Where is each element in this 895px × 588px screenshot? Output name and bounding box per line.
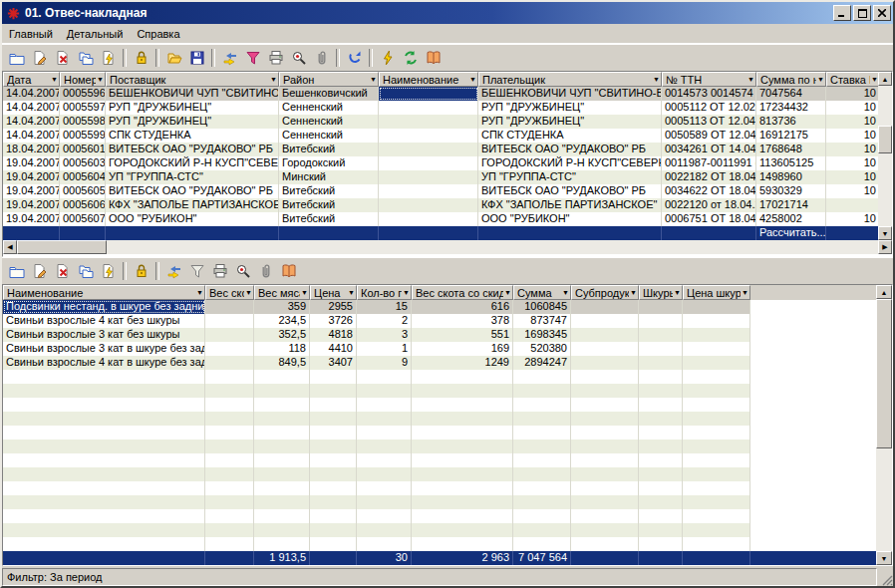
cell[interactable] [379, 143, 478, 156]
edit-document-button[interactable] [28, 260, 51, 282]
cell[interactable] [412, 481, 513, 495]
scroll-thumb[interactable] [876, 299, 892, 448]
cell[interactable]: 0005598 [60, 115, 106, 129]
cell[interactable] [357, 481, 412, 495]
cell[interactable]: 10 [826, 156, 878, 170]
cell[interactable]: 551 [412, 328, 513, 342]
cell[interactable]: 0005596 [60, 87, 106, 101]
table-row[interactable]: Свиньи взрослые 4 кат в шкуре без задних… [3, 356, 750, 370]
cell[interactable] [254, 467, 310, 481]
cell[interactable]: Минский [279, 170, 379, 184]
cell[interactable] [513, 509, 571, 523]
column-header[interactable]: Ставка НДС▼ [826, 72, 878, 87]
cell[interactable] [513, 370, 571, 384]
cell[interactable] [683, 300, 750, 314]
cell[interactable]: 0005604 [60, 170, 106, 184]
print-button[interactable] [208, 260, 231, 282]
table-row[interactable]: 19.04.20070005604УП "ГРУППА-СТС"МинскийУ… [3, 170, 878, 184]
cell[interactable] [513, 467, 571, 481]
cell[interactable] [513, 537, 571, 551]
cell[interactable] [310, 509, 357, 523]
cell[interactable]: РУП "ДРУЖБИНЕЦ" [106, 101, 279, 115]
cell[interactable] [310, 481, 357, 495]
cell[interactable] [357, 523, 412, 537]
cell[interactable] [571, 328, 639, 342]
column-header[interactable]: Сумма▼ [513, 285, 571, 300]
empty-row[interactable] [3, 440, 750, 453]
cell[interactable]: 10 [826, 184, 878, 198]
cell[interactable] [412, 509, 513, 523]
empty-row[interactable] [3, 453, 750, 467]
cell[interactable] [683, 398, 750, 412]
cell[interactable] [639, 300, 683, 314]
filter-dropdown-icon[interactable]: ▼ [673, 289, 681, 296]
cell[interactable]: 1768648 [756, 143, 826, 156]
cell[interactable] [379, 170, 478, 184]
empty-row[interactable] [3, 426, 750, 440]
cell[interactable]: 10 [826, 129, 878, 143]
cell[interactable]: 15 [357, 300, 412, 314]
footer-value[interactable]: 2 963 [412, 551, 513, 565]
cell[interactable]: 0014573 0014574 от 1 [662, 87, 756, 101]
cell[interactable] [639, 384, 683, 398]
cell[interactable] [639, 412, 683, 426]
cell[interactable] [683, 370, 750, 384]
column-header[interactable]: Вес скота со скидкой▼ [412, 285, 513, 300]
cell[interactable]: УП "ГРУППА-СТС" [478, 170, 662, 184]
filter-dropdown-icon[interactable]: ▼ [300, 289, 308, 296]
cell[interactable]: 10 [826, 87, 878, 101]
cell[interactable] [310, 453, 357, 467]
cell[interactable] [412, 370, 513, 384]
cell[interactable]: 14.04.2007 [3, 129, 60, 143]
empty-row[interactable] [3, 467, 750, 481]
cell[interactable]: РУП "ДРУЖБИНЕЦ" [478, 101, 662, 115]
empty-row[interactable] [3, 384, 750, 398]
scroll-left-icon[interactable]: ◀ [3, 240, 17, 254]
cell[interactable]: 1249 [412, 356, 513, 370]
cell[interactable] [639, 440, 683, 453]
cell[interactable] [571, 509, 639, 523]
cell[interactable]: 1498960 [756, 170, 826, 184]
menu-item-main[interactable]: Главный [2, 26, 60, 42]
folder-button[interactable] [5, 260, 28, 282]
cell[interactable] [205, 384, 254, 398]
cell[interactable] [513, 384, 571, 398]
reference-book-button[interactable] [277, 260, 300, 282]
cell[interactable]: Бешенковичский [279, 87, 379, 101]
cell[interactable] [683, 314, 750, 328]
cell[interactable] [683, 356, 750, 370]
cell[interactable]: 10 [826, 101, 878, 115]
cell[interactable]: 9 [357, 356, 412, 370]
cell[interactable]: 1 [357, 342, 412, 356]
cell[interactable]: 19.04.2007 [3, 198, 60, 212]
cell[interactable]: 4258002 [756, 212, 826, 226]
empty-row[interactable] [3, 537, 750, 551]
cell[interactable] [3, 426, 205, 440]
cell[interactable]: 4410 [310, 342, 357, 356]
cell[interactable] [571, 356, 639, 370]
footer-value[interactable]: 1 913,5 [254, 551, 310, 565]
edit-document-button[interactable] [28, 47, 51, 69]
footer-value[interactable]: 30 [357, 551, 412, 565]
cell[interactable] [3, 495, 205, 509]
cell[interactable] [683, 509, 750, 523]
cell[interactable] [683, 453, 750, 467]
column-header[interactable]: Субпродукты▼ [571, 285, 639, 300]
table-row[interactable]: Свиньи взрослые 3 кат в шкуре без задних… [3, 342, 750, 356]
cell[interactable]: 849,5 [254, 356, 310, 370]
cell[interactable]: 16912175 [756, 129, 826, 143]
cell[interactable] [379, 156, 478, 170]
cell[interactable]: 17021714 [756, 198, 826, 212]
cell[interactable]: 616 [412, 300, 513, 314]
cell[interactable] [412, 412, 513, 426]
cell[interactable] [683, 481, 750, 495]
cell[interactable] [571, 384, 639, 398]
cell[interactable] [357, 426, 412, 440]
cell[interactable] [3, 453, 205, 467]
cell[interactable] [357, 370, 412, 384]
cell[interactable] [639, 495, 683, 509]
cell[interactable] [310, 440, 357, 453]
horizontal-scrollbar[interactable]: ◀ ▶ [3, 240, 892, 254]
cell[interactable] [254, 412, 310, 426]
filter-dropdown-icon[interactable]: ▼ [468, 76, 476, 83]
